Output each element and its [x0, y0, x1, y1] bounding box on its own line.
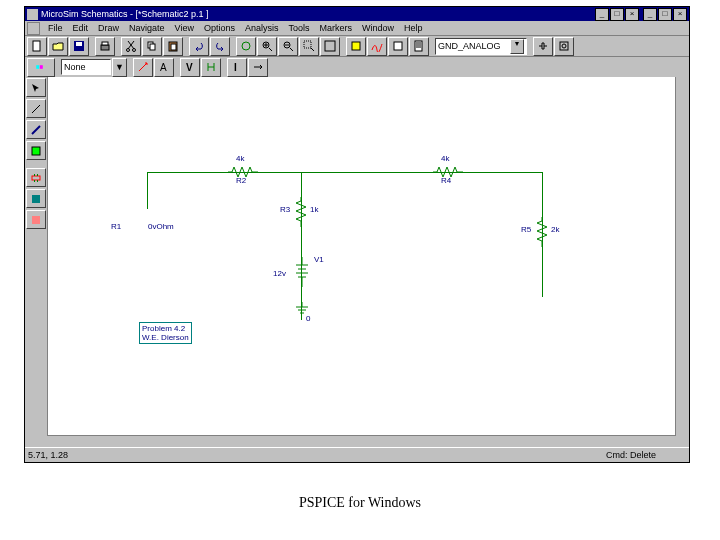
- r5-name[interactable]: R5: [521, 225, 531, 234]
- svg-rect-33: [32, 216, 40, 224]
- wire-tool[interactable]: [26, 99, 46, 118]
- probe-button[interactable]: [367, 37, 387, 56]
- resistor-r5[interactable]: [536, 217, 548, 247]
- voltage-diff-button[interactable]: [201, 58, 221, 77]
- menu-draw[interactable]: Draw: [93, 23, 124, 33]
- menu-view[interactable]: View: [170, 23, 199, 33]
- svg-rect-0: [33, 41, 40, 51]
- menu-options[interactable]: Options: [199, 23, 240, 33]
- svg-rect-32: [32, 195, 40, 203]
- get-part-button[interactable]: [533, 37, 553, 56]
- new-button[interactable]: [27, 37, 47, 56]
- r1-value[interactable]: 0vOhm: [148, 222, 174, 231]
- r4-value[interactable]: 4k: [441, 154, 449, 163]
- menu-window[interactable]: Window: [357, 23, 399, 33]
- close-button[interactable]: ×: [625, 8, 639, 21]
- r3-value[interactable]: 1k: [310, 205, 318, 214]
- svg-rect-10: [171, 44, 176, 50]
- svg-rect-22: [40, 65, 43, 69]
- v1-value[interactable]: 12v: [273, 269, 286, 278]
- menu-navigate[interactable]: Navigate: [124, 23, 170, 33]
- minimize-button[interactable]: _: [595, 8, 609, 21]
- zoom-out-button[interactable]: [278, 37, 298, 56]
- voltage-source-v1[interactable]: [292, 257, 312, 287]
- menu-help[interactable]: Help: [399, 23, 428, 33]
- maximize-button[interactable]: □: [610, 8, 624, 21]
- toolbar-main: GND_ANALOG▼: [25, 36, 689, 57]
- resistor-r3[interactable]: [295, 197, 307, 227]
- svg-point-20: [562, 44, 566, 48]
- title-bar: MicroSim Schematics - [*Schematic2 p.1 ]…: [25, 7, 689, 21]
- doc-close-button[interactable]: ×: [673, 8, 687, 21]
- r1-name[interactable]: R1: [111, 222, 121, 231]
- r2-name[interactable]: R2: [236, 176, 246, 185]
- v1-name[interactable]: V1: [314, 255, 324, 264]
- paste-button[interactable]: [163, 37, 183, 56]
- current-marker-button[interactable]: I: [227, 58, 247, 77]
- simulate-button[interactable]: [346, 37, 366, 56]
- svg-rect-29: [37, 174, 38, 176]
- wire[interactable]: [147, 172, 542, 173]
- text-tool[interactable]: [26, 189, 46, 208]
- wire[interactable]: [301, 172, 302, 320]
- r2-value[interactable]: 4k: [236, 154, 244, 163]
- browse-button[interactable]: [554, 37, 574, 56]
- svg-rect-31: [37, 180, 38, 182]
- part-tool[interactable]: [26, 168, 46, 187]
- color-button[interactable]: [27, 58, 55, 77]
- svg-rect-21: [36, 65, 39, 69]
- undo-button[interactable]: [189, 37, 209, 56]
- svg-rect-8: [150, 44, 155, 50]
- misc-tool[interactable]: [26, 210, 46, 229]
- menu-file[interactable]: File: [43, 23, 68, 33]
- page-caption: PSPICE for Windows: [0, 495, 720, 511]
- marker-button[interactable]: [248, 58, 268, 77]
- zoom-in-button[interactable]: [257, 37, 277, 56]
- redraw-button[interactable]: [236, 37, 256, 56]
- layer-dropdown[interactable]: ▼: [112, 58, 127, 77]
- r3-name[interactable]: R3: [280, 205, 290, 214]
- netlist-button[interactable]: [409, 37, 429, 56]
- zoom-area-button[interactable]: [299, 37, 319, 56]
- setup-button[interactable]: [388, 37, 408, 56]
- doc-maximize-button[interactable]: □: [658, 8, 672, 21]
- wire[interactable]: [147, 172, 148, 209]
- svg-rect-19: [560, 42, 568, 50]
- save-button[interactable]: [69, 37, 89, 56]
- annotation-box[interactable]: Problem 4.2 W.E. Dierson: [139, 322, 192, 344]
- print-button[interactable]: [95, 37, 115, 56]
- svg-point-5: [127, 49, 130, 52]
- copy-button[interactable]: [142, 37, 162, 56]
- zoom-fit-button[interactable]: [320, 37, 340, 56]
- toolbar-secondary: ▼ A V I: [25, 57, 689, 78]
- redo-button[interactable]: [210, 37, 230, 56]
- doc-minimize-button[interactable]: _: [643, 8, 657, 21]
- bus-tool[interactable]: [26, 120, 46, 139]
- gnd-label[interactable]: 0: [306, 314, 310, 323]
- menu-tools[interactable]: Tools: [283, 23, 314, 33]
- tool-palette: [25, 77, 48, 436]
- schematic-canvas[interactable]: R1 0vOhm 4k R2 4k R4 R3 1k R5 2k V1 12v: [48, 77, 675, 436]
- annotation-line2: W.E. Dierson: [142, 333, 189, 342]
- app-window: MicroSim Schematics - [*Schematic2 p.1 ]…: [24, 6, 690, 463]
- status-coords: 5.71, 1.28: [28, 450, 68, 460]
- svg-rect-3: [101, 45, 109, 50]
- menu-edit[interactable]: Edit: [68, 23, 94, 33]
- open-button[interactable]: [48, 37, 68, 56]
- select-tool[interactable]: [26, 78, 46, 97]
- r4-name[interactable]: R4: [441, 176, 451, 185]
- part-select[interactable]: GND_ANALOG▼: [435, 38, 527, 55]
- menu-analysis[interactable]: Analysis: [240, 23, 284, 33]
- cut-button[interactable]: [121, 37, 141, 56]
- layer-field[interactable]: [61, 59, 111, 75]
- vertical-scrollbar[interactable]: [675, 77, 689, 436]
- block-tool[interactable]: [26, 141, 46, 160]
- menu-markers[interactable]: Markers: [315, 23, 358, 33]
- system-menu-icon[interactable]: [27, 22, 40, 35]
- attributes-button[interactable]: [133, 58, 153, 77]
- app-icon: [27, 9, 38, 20]
- voltage-marker-button[interactable]: V: [180, 58, 200, 77]
- edit-attr-button[interactable]: A: [154, 58, 174, 77]
- r5-value[interactable]: 2k: [551, 225, 559, 234]
- menu-bar: File Edit Draw Navigate View Options Ana…: [25, 21, 689, 36]
